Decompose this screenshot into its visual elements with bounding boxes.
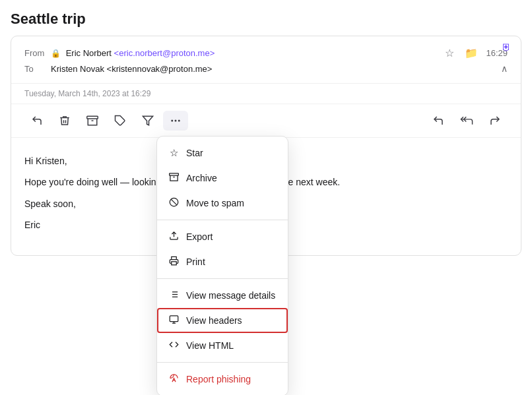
divider-3 xyxy=(157,362,288,363)
svg-rect-0 xyxy=(87,116,98,119)
spam-menu-icon xyxy=(168,197,180,209)
message-details-menu-icon xyxy=(168,289,180,301)
dropdown-item-message-details[interactable]: View message details xyxy=(157,283,288,308)
archive-button[interactable] xyxy=(80,111,105,131)
svg-point-5 xyxy=(175,120,176,121)
email-card: ⛨ From 🔒 Eric Norbert <eric.norbert@prot… xyxy=(11,36,521,256)
dropdown-item-view-html-label: View HTML xyxy=(186,340,234,351)
reply-button[interactable] xyxy=(24,111,50,131)
view-headers-menu-icon xyxy=(168,315,180,326)
report-phishing-menu-icon xyxy=(168,373,180,385)
from-label: From xyxy=(24,48,51,58)
collapse-button[interactable]: ∧ xyxy=(501,63,508,74)
forward-action-button[interactable] xyxy=(482,111,508,131)
more-button[interactable] xyxy=(163,111,188,131)
dropdown-item-spam-label: Move to spam xyxy=(186,198,244,208)
email-date: Tuesday, March 14th, 2023 at 16:29 xyxy=(11,84,521,104)
dropdown-item-report-phishing-label: Report phishing xyxy=(186,374,251,384)
to-value: Kristen Novak <kristennovak@proton.me> xyxy=(51,64,501,74)
from-value: 🔒 Eric Norbert <eric.norbert@proton.me> xyxy=(51,48,442,58)
header-actions: ☆ 📁 16:29 xyxy=(442,46,508,61)
to-email: <kristennovak@proton.me> xyxy=(107,64,213,74)
proton-shield-icon: ⛨ xyxy=(502,42,512,53)
delete-button[interactable] xyxy=(52,111,77,131)
page-title: Seattle trip xyxy=(11,11,521,28)
svg-point-4 xyxy=(172,120,173,121)
dropdown-item-report-phishing[interactable]: Report phishing xyxy=(157,367,288,392)
export-menu-icon xyxy=(168,231,180,243)
svg-point-6 xyxy=(179,120,180,121)
toolbar: ☆ Star Archive Move to spam xyxy=(11,104,521,138)
to-label: To xyxy=(24,64,51,74)
reply-all-action-button[interactable] xyxy=(453,111,480,131)
star-button[interactable]: ☆ xyxy=(442,46,457,61)
filter-button[interactable] xyxy=(135,111,160,131)
svg-line-10 xyxy=(171,199,177,205)
svg-rect-19 xyxy=(170,316,178,322)
dropdown-item-export[interactable]: Export xyxy=(157,224,288,249)
svg-marker-3 xyxy=(143,116,153,125)
star-menu-icon: ☆ xyxy=(168,147,180,159)
move-to-folder-button[interactable]: 📁 xyxy=(462,46,481,61)
dropdown-item-star[interactable]: ☆ Star xyxy=(157,140,288,166)
dropdown-item-spam[interactable]: Move to spam xyxy=(157,191,288,216)
dropdown-item-view-headers-label: View headers xyxy=(186,315,242,326)
dropdown-item-print-label: Print xyxy=(186,257,205,267)
email-header: From 🔒 Eric Norbert <eric.norbert@proton… xyxy=(11,36,521,84)
lock-icon: 🔒 xyxy=(51,49,61,58)
svg-rect-7 xyxy=(169,173,178,175)
divider-2 xyxy=(157,278,288,279)
dropdown-item-print[interactable]: Print xyxy=(157,249,288,274)
print-menu-icon xyxy=(168,256,180,268)
dropdown-item-view-headers[interactable]: View headers xyxy=(157,308,288,333)
reply-action-buttons xyxy=(426,111,508,131)
from-name: Eric Norbert xyxy=(66,48,112,58)
dropdown-item-archive-label: Archive xyxy=(186,173,217,183)
dropdown-item-export-label: Export xyxy=(186,231,213,242)
reply-action-button[interactable] xyxy=(426,111,451,131)
to-name: Kristen Novak xyxy=(51,64,104,74)
svg-rect-12 xyxy=(171,262,176,265)
from-email[interactable]: <eric.norbert@proton.me> xyxy=(114,48,215,58)
view-html-menu-icon xyxy=(168,340,180,351)
dropdown-item-star-label: Star xyxy=(186,148,203,158)
archive-menu-icon xyxy=(168,172,180,184)
dropdown-menu: ☆ Star Archive Move to spam xyxy=(156,136,288,395)
divider-1 xyxy=(157,220,288,220)
dropdown-item-message-details-label: View message details xyxy=(186,290,275,301)
label-button[interactable] xyxy=(108,111,133,131)
dropdown-item-archive[interactable]: Archive xyxy=(157,166,288,191)
dropdown-item-view-html[interactable]: View HTML xyxy=(157,333,288,358)
